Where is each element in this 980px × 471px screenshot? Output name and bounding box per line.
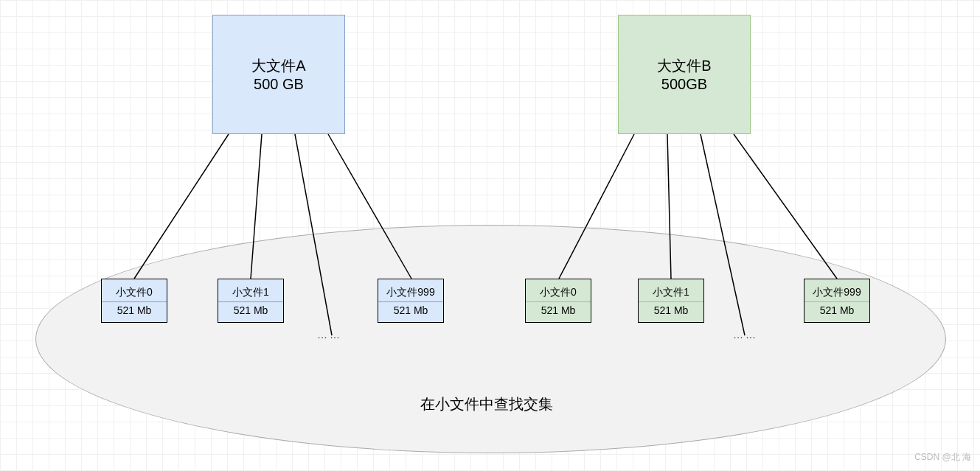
small-file-b-1-size: 521 Mb xyxy=(654,302,689,318)
big-file-a-size: 500 GB xyxy=(254,76,304,93)
small-file-a-999: 小文件999 521 Mb xyxy=(378,279,444,323)
big-file-b: 大文件B 500GB xyxy=(618,15,751,134)
big-file-b-size: 500GB xyxy=(661,76,707,93)
big-file-b-title: 大文件B xyxy=(657,56,711,76)
small-file-a-999-name: 小文件999 xyxy=(378,284,443,302)
small-file-a-1-size: 521 Mb xyxy=(234,302,268,318)
small-file-b-0: 小文件0 521 Mb xyxy=(525,279,591,323)
diagram-caption: 在小文件中查找交集 xyxy=(361,394,612,414)
small-file-a-1-name: 小文件1 xyxy=(218,284,283,302)
small-file-b-999-size: 521 Mb xyxy=(820,302,855,318)
small-file-b-0-name: 小文件0 xyxy=(526,284,591,302)
watermark: CSDN @北 海 xyxy=(914,451,971,464)
small-file-a-1: 小文件1 521 Mb xyxy=(218,279,284,323)
ellipsis-a: …… xyxy=(317,329,342,341)
small-file-b-999-name: 小文件999 xyxy=(804,284,869,302)
big-file-a-title: 大文件A xyxy=(251,56,305,76)
ellipsis-b: …… xyxy=(733,329,758,341)
small-file-a-0-name: 小文件0 xyxy=(102,284,167,302)
small-file-b-0-size: 521 Mb xyxy=(541,302,576,318)
small-file-a-0-size: 521 Mb xyxy=(117,302,152,318)
intersection-ellipse xyxy=(35,225,946,453)
big-file-a: 大文件A 500 GB xyxy=(212,15,345,134)
small-file-b-1-name: 小文件1 xyxy=(639,284,703,302)
small-file-b-999: 小文件999 521 Mb xyxy=(804,279,870,323)
small-file-a-999-size: 521 Mb xyxy=(394,302,428,318)
small-file-b-1: 小文件1 521 Mb xyxy=(638,279,704,323)
small-file-a-0: 小文件0 521 Mb xyxy=(101,279,167,323)
